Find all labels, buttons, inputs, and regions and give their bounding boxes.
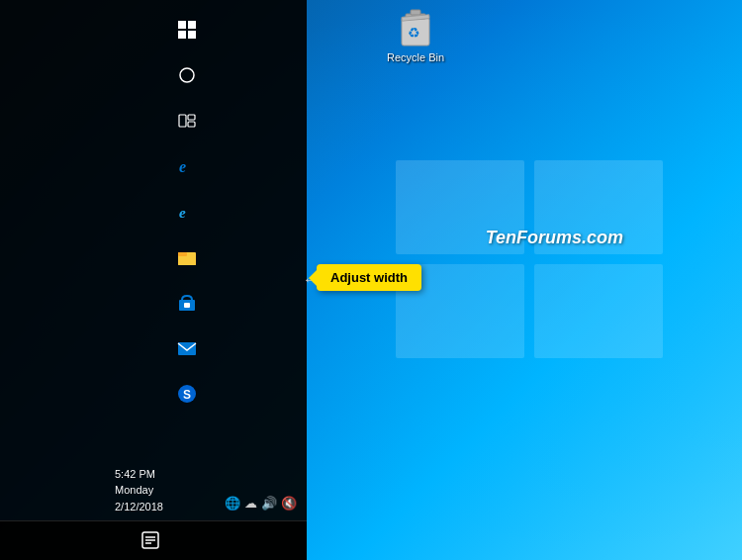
store-icon[interactable] <box>165 281 209 325</box>
svg-text:e: e <box>179 205 186 221</box>
start-menu-panel: e e e <box>0 0 307 560</box>
recycle-bin[interactable]: ♻ Recycle Bin <box>386 8 445 63</box>
system-tray: 🌐 ☁ 🔊 🔇 <box>225 496 297 511</box>
svg-rect-6 <box>178 31 186 39</box>
skype-icon[interactable]: S <box>165 372 209 416</box>
svg-rect-5 <box>188 21 196 29</box>
cloud-icon[interactable]: ☁ <box>244 496 257 511</box>
svg-rect-11 <box>188 122 195 127</box>
app-icons-column: e e e <box>163 0 211 435</box>
clock-time: 5:42 PM <box>115 466 163 483</box>
svg-text:e: e <box>179 158 186 175</box>
svg-rect-20 <box>178 342 196 355</box>
windows-logo-desktop <box>396 160 693 378</box>
action-center-button[interactable] <box>139 528 162 552</box>
svg-point-8 <box>180 68 194 82</box>
svg-rect-3 <box>534 264 663 358</box>
recycle-bin-label: Recycle Bin <box>387 51 444 63</box>
svg-rect-17 <box>178 252 187 256</box>
search-icon[interactable] <box>165 53 209 97</box>
clock-day: Monday <box>115 482 163 499</box>
task-view-icon[interactable] <box>165 99 209 142</box>
svg-rect-4 <box>178 21 186 29</box>
svg-rect-9 <box>179 115 186 127</box>
svg-rect-10 <box>188 115 195 120</box>
svg-text:S: S <box>183 388 191 402</box>
svg-rect-7 <box>188 31 196 39</box>
clock-area: 5:42 PM Monday 2/12/2018 <box>115 466 163 515</box>
tenforum-watermark: TenForums.com <box>486 228 623 248</box>
svg-rect-19 <box>184 303 190 308</box>
svg-rect-29 <box>411 10 420 15</box>
edge-icon[interactable]: e <box>165 144 209 188</box>
network-icon[interactable]: 🌐 <box>225 496 240 511</box>
volume-icon[interactable]: 🔊 <box>261 496 277 511</box>
svg-text:♻: ♻ <box>408 25 420 41</box>
speaker-mute-icon[interactable]: 🔇 <box>281 496 297 511</box>
taskbar <box>0 520 307 560</box>
recycle-bin-icon: ♻ <box>398 8 433 47</box>
start-icon[interactable] <box>165 8 209 51</box>
clock-date: 2/12/2018 <box>115 499 163 515</box>
edge-alt-icon[interactable]: e e <box>165 190 209 233</box>
file-explorer-icon[interactable] <box>165 235 209 279</box>
adjust-width-tooltip: Adjust width <box>317 264 421 291</box>
mail-icon[interactable] <box>165 327 209 370</box>
